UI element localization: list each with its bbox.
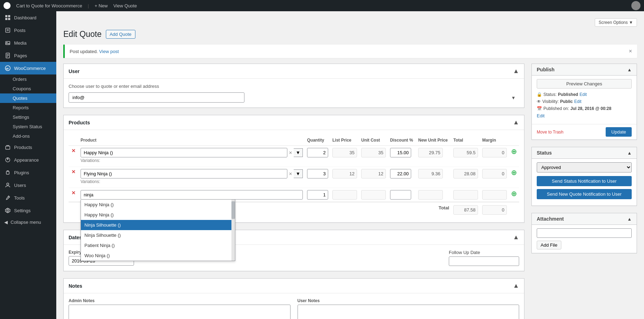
product-2-new-unit-price[interactable] — [418, 169, 443, 178]
product-1-input[interactable] — [81, 148, 287, 157]
product-3-new-unit-price[interactable] — [418, 190, 443, 200]
sidebar-item-coupons[interactable]: Coupons — [0, 84, 56, 93]
send-status-notification-btn[interactable]: Send Status Notification to User — [537, 176, 632, 186]
sidebar-item-reports[interactable]: Reports — [0, 103, 56, 112]
status-header[interactable]: Status ▲ — [532, 147, 637, 159]
published-edit-link[interactable]: Edit — [537, 113, 544, 118]
new-btn[interactable]: + New — [95, 3, 108, 8]
add-row-2-btn[interactable]: ⊕ — [511, 169, 517, 176]
dropdown-item-patient-ninja[interactable]: Patient Ninja () — [81, 240, 231, 250]
add-quote-button[interactable]: Add Quote — [106, 30, 135, 39]
sidebar-item-users[interactable]: Users — [0, 179, 56, 191]
product-2-dropdown-btn[interactable]: ▼ — [294, 169, 303, 178]
screen-options-btn[interactable]: Screen Options ▼ — [595, 18, 637, 27]
products-section-header[interactable]: Products ▲ — [64, 115, 524, 130]
notes-section-header[interactable]: Notes ▲ — [64, 279, 524, 293]
publish-header[interactable]: Publish ▲ — [532, 64, 637, 76]
user-notes-input[interactable] — [298, 305, 519, 319]
dropdown-scrollbar-thumb[interactable] — [231, 201, 235, 219]
trash-link[interactable]: Move to Trash — [537, 130, 563, 135]
notes-collapse-icon: ▲ — [513, 282, 519, 289]
product-2-quantity[interactable] — [307, 169, 328, 178]
user-select[interactable]: info@ — [69, 92, 244, 103]
site-name[interactable]: Cart to Quote for Woocommerce — [16, 3, 82, 8]
add-row-3-btn[interactable]: ⊕ — [511, 190, 517, 197]
sidebar-label-users: Users — [14, 183, 52, 188]
plugins-icon — [4, 169, 11, 176]
product-1-select-wrap: ✕ ▼ Variations: — [81, 148, 303, 164]
dates-collapse-icon: ▲ — [513, 234, 519, 241]
product-1-quantity[interactable] — [307, 148, 328, 157]
product-2-clear-icon[interactable]: ✕ — [287, 171, 294, 176]
product-3-unit-cost[interactable] — [361, 190, 386, 200]
product-2-list-price[interactable] — [332, 169, 357, 178]
visibility-edit-link[interactable]: Edit — [574, 99, 581, 104]
product-1-new-unit-price[interactable] — [418, 148, 443, 157]
product-2-discount[interactable] — [390, 169, 411, 178]
status-title: Status — [537, 150, 552, 156]
sidebar-item-tools[interactable]: Tools — [0, 191, 56, 204]
dropdown-item-woo-ninja[interactable]: Woo Ninja () — [81, 250, 231, 261]
attachment-header[interactable]: Attachment ▲ — [532, 213, 637, 225]
sidebar-item-quotes[interactable]: Quotes — [0, 93, 56, 103]
sidebar-label-media: Media — [14, 40, 52, 46]
product-1-discount[interactable] — [390, 148, 411, 157]
product-3-list-price[interactable] — [332, 190, 357, 200]
user-avatar[interactable] — [631, 1, 640, 10]
add-file-btn[interactable]: Add File — [537, 241, 561, 249]
remove-product-2-btn[interactable]: ✕ — [71, 168, 76, 175]
product-1-unit-cost[interactable] — [361, 148, 386, 157]
sidebar-item-settings-woo[interactable]: Settings — [0, 112, 56, 122]
product-1-list-price[interactable] — [332, 148, 357, 157]
add-row-1-btn[interactable]: ⊕ — [511, 148, 517, 155]
sidebar-item-settings[interactable]: Settings — [0, 204, 56, 217]
remove-product-3-btn[interactable]: ✕ — [71, 189, 76, 196]
sidebar-item-appearance[interactable]: Appearance — [0, 154, 56, 166]
view-post-link[interactable]: View post — [99, 49, 119, 54]
product-2-input[interactable] — [81, 169, 287, 178]
product-1-dropdown-btn[interactable]: ▼ — [294, 148, 303, 157]
preview-changes-btn[interactable]: Preview Changes — [537, 79, 632, 89]
settings-icon — [4, 207, 11, 214]
sidebar-item-system-status[interactable]: System Status — [0, 122, 56, 131]
products-collapse-icon: ▲ — [513, 119, 519, 126]
follow-up-input[interactable] — [449, 256, 519, 266]
sidebar-item-plugins[interactable]: Plugins — [0, 166, 56, 179]
svg-rect-4 — [5, 18, 7, 20]
product-3-input[interactable] — [81, 190, 303, 200]
attachment-title: Attachment — [537, 216, 564, 222]
product-2-unit-cost[interactable] — [361, 169, 386, 178]
user-section-header[interactable]: User ▲ — [64, 64, 524, 79]
admin-notes-input[interactable] — [69, 305, 291, 319]
product-search-dropdown: Happy Ninja () Happy Ninja () Ninja Silh… — [81, 200, 235, 261]
view-quote-link[interactable]: View Quote — [113, 3, 137, 8]
status-select[interactable]: Pending Approved Rejected Expired — [537, 162, 632, 172]
dropdown-item-happy-ninja-1[interactable]: Happy Ninja () — [81, 200, 231, 210]
product-3-input-wrap — [81, 190, 303, 200]
dropdown-scrollbar-track[interactable] — [231, 200, 235, 261]
send-new-quote-notification-btn[interactable]: Send New Quote Notification to User — [537, 189, 632, 199]
sidebar-item-dashboard[interactable]: Dashboard — [0, 11, 56, 24]
sidebar-item-woocommerce[interactable]: W WooCommerce — [0, 62, 56, 74]
dropdown-item-ninja-silhouette-1[interactable]: Ninja Silhouette () — [81, 220, 231, 230]
sidebar-item-add-ons[interactable]: Add-ons — [0, 131, 56, 141]
sidebar-label-pages: Pages — [14, 53, 52, 58]
total-label: Total — [416, 202, 451, 217]
product-3-quantity[interactable] — [307, 190, 328, 200]
products-icon — [4, 144, 11, 151]
remove-product-1-btn[interactable]: ✕ — [71, 147, 76, 154]
sidebar-item-orders[interactable]: Orders — [0, 74, 56, 84]
product-1-clear-icon[interactable]: ✕ — [287, 150, 294, 155]
sidebar-item-products[interactable]: Products — [0, 141, 56, 154]
sidebar-item-posts[interactable]: Posts — [0, 24, 56, 37]
product-3-discount[interactable] — [390, 190, 411, 200]
collapse-menu-btn[interactable]: ◀ Collapse menu — [0, 217, 56, 228]
sidebar-item-pages[interactable]: Pages — [0, 49, 56, 62]
attachment-input[interactable] — [537, 228, 632, 238]
dropdown-item-happy-ninja-2[interactable]: Happy Ninja () — [81, 210, 231, 220]
dropdown-item-ninja-silhouette-2[interactable]: Ninja Silhouette () — [81, 230, 231, 240]
status-edit-link[interactable]: Edit — [580, 92, 587, 97]
update-button[interactable]: Update — [606, 127, 632, 137]
notice-close-btn[interactable]: × — [629, 48, 632, 54]
sidebar-item-media[interactable]: Media — [0, 37, 56, 49]
